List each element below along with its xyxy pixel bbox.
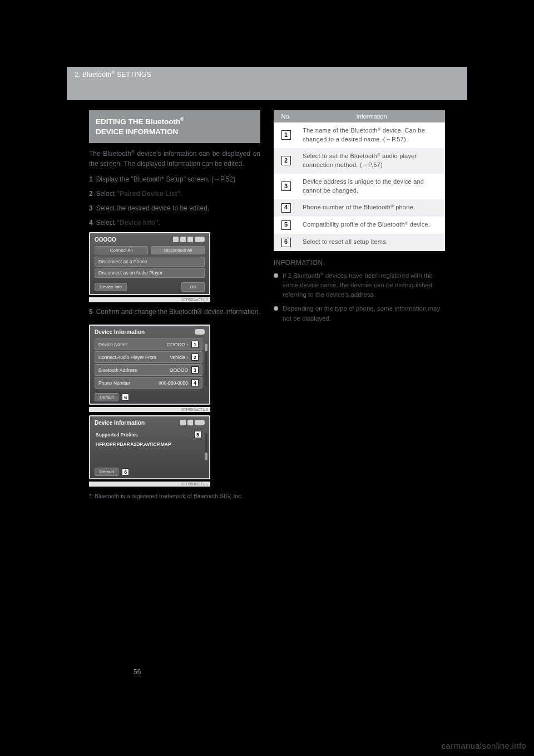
bullet-text: Depending on the type of phone, some inf… — [283, 304, 445, 323]
callout-line2: DEVICE INFORMATION — [96, 127, 178, 136]
device-info-row[interactable]: Connect Audio Player FromVehicle ›2 — [95, 351, 202, 363]
menu-label: "Paired Device List" — [116, 190, 180, 198]
menu-label: "Device Info" — [116, 219, 158, 227]
table-num-cell: 6 — [274, 234, 298, 251]
scroll-thumb[interactable] — [205, 343, 207, 351]
device-info-row[interactable]: Device Name:OOOOO ›1 — [95, 338, 202, 350]
step-text: Select — [96, 219, 117, 227]
screenshot-caption: STP004aCTUS — [89, 407, 210, 412]
watermark: carmanualsonline.info — [442, 741, 526, 750]
callout-number: 1 — [191, 341, 199, 348]
scrollbar[interactable] — [205, 342, 207, 387]
connect-all-button[interactable]: Connect All — [95, 246, 148, 254]
table-num-cell: 5 — [274, 217, 298, 234]
table-info-cell: Device address is unique to the device a… — [298, 174, 445, 199]
profiles-value: HFP,OPP,PBAP,A2DP,AVRCP,MAP — [95, 440, 202, 449]
row-label: Phone Number — [98, 380, 130, 386]
table-row: 3Device address is unique to the device … — [274, 174, 445, 199]
table-row: 4Phone number of the Bluetooth® phone. — [274, 199, 445, 217]
left-column: EDITING THE Bluetooth® DEVICE INFORMATIO… — [89, 110, 260, 507]
table-info-cell: Select to reset all setup items. — [298, 234, 445, 251]
step-number: 2 — [89, 190, 93, 198]
scroll-thumb[interactable] — [205, 453, 207, 460]
step-2: 2Select "Paired Device List". — [89, 189, 260, 199]
callout-number: 5 — [194, 431, 201, 438]
screenshot-device-info-bottom: Device Information Supported Profiles 5 … — [89, 415, 210, 479]
row-value: HFP,OPP,PBAP,A2DP,AVRCP,MAP — [96, 441, 171, 447]
table-num-cell: 1 — [274, 122, 298, 148]
table-num-cell: 3 — [274, 174, 298, 199]
disconnect-all-button[interactable]: Disconnect All — [151, 246, 205, 254]
bullet-icon — [274, 273, 278, 278]
step-text: Select — [96, 190, 117, 198]
intro-prefix: The Bluetooth — [89, 150, 131, 158]
supported-profiles-row: Supported Profiles 5 — [95, 429, 202, 440]
device-info-row[interactable]: Phone Number000-000-00004 — [95, 377, 202, 389]
bullet-icon — [274, 306, 278, 311]
back-icon[interactable] — [195, 329, 205, 335]
row-value: Vehicle › — [170, 355, 188, 360]
device-info-button[interactable]: Device Info — [95, 283, 127, 291]
table-row: 1The name of the Bluetooth® device. Can … — [274, 122, 445, 148]
callout-number: 2 — [281, 156, 291, 165]
callout-line1-prefix: EDITING THE Bluetooth — [96, 117, 180, 126]
row-label: Device Name: — [98, 342, 128, 347]
text-fragment: If 2 Bluetooth — [283, 272, 320, 279]
step-5: 5Confirm and change the Bluetooth® devic… — [89, 307, 260, 317]
disconnect-phone-button[interactable]: Disconnect as a Phone — [95, 257, 205, 267]
callout-number: 4 — [281, 203, 291, 213]
callout-number: 6 — [281, 238, 291, 247]
table-row: 5Compatibility profile of the Bluetooth®… — [274, 217, 445, 234]
back-icon[interactable] — [195, 420, 205, 425]
status-icons — [180, 420, 205, 425]
step-text: . — [180, 190, 182, 198]
right-column: No. Information 1The name of the Bluetoo… — [274, 110, 445, 328]
page-number: 56 — [134, 668, 141, 676]
screenshot-caption: STP004bCTUS — [89, 482, 210, 487]
back-icon[interactable] — [195, 237, 205, 242]
step-1: 1Display the "Bluetooth* Setup" screen. … — [89, 174, 260, 184]
step-3: 3Select the desired device to be edited. — [89, 203, 260, 213]
phone-icon — [180, 420, 186, 425]
table-row: 6Select to reset all setup items. — [274, 234, 445, 251]
section-title-suffix: SETTINGS — [115, 71, 151, 78]
info-bullet: Depending on the type of phone, some inf… — [274, 304, 445, 323]
callout-number: 4 — [191, 379, 199, 386]
status-icons — [173, 237, 205, 242]
callout-number: 1 — [281, 130, 291, 140]
table-row: 2Select to set the Bluetooth® audio play… — [274, 148, 445, 174]
battery-icon — [180, 237, 186, 242]
table-header-no: No. — [274, 110, 298, 122]
callout-number: 6 — [122, 468, 129, 475]
row-label: Bluetooth Address — [98, 367, 137, 373]
row-label: Supported Profiles — [96, 432, 138, 438]
section-title-prefix: 2. Bluetooth — [75, 71, 111, 78]
step-text: Select the desired device to be edited. — [96, 204, 209, 212]
disconnect-audio-button[interactable]: Disconnect as an Audio Player — [95, 268, 205, 278]
step-text: Confirm and change the Bluetooth® device… — [96, 308, 260, 316]
device-info-row[interactable]: Bluetooth AddressOOOOO3 — [95, 364, 202, 376]
callout-heading: EDITING THE Bluetooth® DEVICE INFORMATIO… — [89, 110, 260, 143]
ok-button[interactable]: OK — [181, 282, 205, 292]
table-info-cell: Phone number of the Bluetooth® phone. — [298, 199, 445, 217]
signal-icon — [173, 237, 179, 242]
button-label: Disconnect as an Audio Player — [98, 270, 162, 276]
step-text: . — [159, 219, 160, 227]
default-button[interactable]: Default — [95, 393, 118, 401]
default-button[interactable]: Default — [95, 468, 118, 476]
information-heading: INFORMATION — [274, 259, 445, 267]
bullet-text: If 2 Bluetooth® devices have been regist… — [283, 271, 445, 300]
reg-symbol: ® — [180, 116, 184, 122]
table-num-cell: 4 — [274, 199, 298, 217]
table-info-cell: Select to set the Bluetooth® audio playe… — [298, 148, 445, 174]
scrollbar[interactable] — [205, 433, 207, 462]
bluetooth-icon — [187, 237, 193, 242]
info-bullet: If 2 Bluetooth® devices have been regist… — [274, 271, 445, 300]
row-value: 000-000-0000 — [159, 380, 188, 386]
step-number: 3 — [89, 204, 93, 212]
mute-icon — [187, 420, 193, 425]
step-number: 1 — [89, 175, 93, 183]
row-value: OOOOO — [170, 367, 188, 373]
row-label: Connect Audio Player From — [98, 355, 156, 360]
info-table: No. Information 1The name of the Bluetoo… — [274, 110, 445, 251]
